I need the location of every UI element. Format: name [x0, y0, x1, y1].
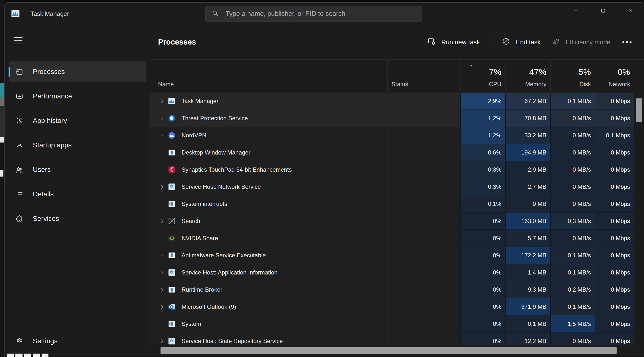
process-row[interactable]: NVIDIA Share0%5,7 MB0 MB/s0 Mbps: [150, 230, 634, 247]
toolbar-divider: [490, 35, 491, 49]
network-cell: 0 Mbps: [595, 213, 634, 230]
memory-cell: 33,2 MB: [505, 127, 550, 144]
sidebar: ProcessesPerformanceApp historyStartup a…: [5, 25, 150, 356]
column-header-network[interactable]: 0% Network: [595, 60, 634, 93]
process-row[interactable]: Microsoft Outlook (9)0%371,9 MB0,1 MB/s0…: [150, 298, 634, 315]
process-row[interactable]: Search0%163,0 MB0,3 MB/s0 Mbps: [150, 213, 634, 230]
expand-chevron-icon[interactable]: [156, 304, 168, 310]
performance-icon: [16, 92, 24, 100]
process-row[interactable]: Service Host: Application Information0%1…: [150, 264, 634, 281]
expand-chevron-icon[interactable]: [156, 338, 168, 344]
details-icon: [16, 190, 24, 198]
expand-chevron-icon[interactable]: [156, 218, 168, 224]
column-header-name[interactable]: Name: [150, 60, 387, 93]
process-row[interactable]: Service Host: State Repository Service0%…: [150, 332, 634, 345]
end-task-icon: [502, 37, 510, 48]
disk-cell: 0,2 MB/s: [550, 281, 595, 298]
network-cell: 0 Mbps: [595, 281, 634, 298]
app-icon-search-box: [168, 217, 176, 225]
app-icon-window-app: [168, 285, 176, 294]
expand-chevron-icon[interactable]: [156, 287, 168, 293]
expand-chevron-icon[interactable]: [156, 98, 168, 104]
horizontal-scrollbar[interactable]: [150, 345, 644, 356]
process-name: Synaptics TouchPad 64-bit Enhancements: [182, 166, 292, 173]
process-name: Service Host: State Repository Service: [182, 338, 283, 344]
sidebar-item-label: Startup apps: [33, 141, 72, 149]
memory-cell: 194,9 MB: [505, 144, 550, 161]
app-icon-synaptics: [168, 166, 176, 174]
process-name-cell: Synaptics TouchPad 64-bit Enhancements: [150, 161, 387, 178]
disk-cell: 0 MB/s: [550, 110, 595, 127]
app-icon-service-gear: [168, 183, 176, 191]
scrollbar-gutter: [634, 60, 644, 93]
column-header-disk[interactable]: 5% Disk: [550, 60, 595, 93]
sidebar-item-app-history[interactable]: App history: [8, 110, 146, 131]
expand-chevron-icon[interactable]: [156, 270, 168, 276]
cpu-cell: 0,3%: [460, 178, 505, 195]
disk-cell: 0 MB/s: [550, 144, 595, 161]
process-row[interactable]: Service Host: Network Service0,3%2,7 MB0…: [150, 178, 634, 195]
sidebar-item-services[interactable]: Services: [8, 208, 146, 229]
process-status-cell: [387, 127, 460, 144]
navigation-menu-button[interactable]: [14, 35, 28, 46]
efficiency-mode-button[interactable]: Efficiency mode: [552, 37, 610, 48]
column-header-status[interactable]: Status: [387, 60, 460, 93]
column-header-cpu[interactable]: 7% CPU: [460, 60, 505, 93]
process-status-cell: [387, 281, 460, 298]
app-icon-nvidia: [168, 234, 176, 242]
search-input[interactable]: [225, 10, 416, 18]
process-name-cell: Antimalware Service Executable: [150, 247, 387, 264]
close-button[interactable]: [617, 3, 644, 19]
sidebar-item-details[interactable]: Details: [8, 184, 146, 204]
expand-chevron-icon[interactable]: [156, 184, 168, 190]
end-task-button[interactable]: End task: [502, 37, 540, 48]
sidebar-item-startup-apps[interactable]: Startup apps: [8, 135, 146, 155]
process-row[interactable]: Desktop Window Manager0,6%194,9 MB0 MB/s…: [150, 144, 634, 161]
process-row[interactable]: Synaptics TouchPad 64-bit Enhancements0,…: [150, 161, 634, 178]
disk-cell: 1,5 MB/s: [550, 315, 595, 332]
expand-chevron-icon[interactable]: [156, 115, 168, 121]
app-icon-shield: [168, 114, 176, 122]
app-icon-outlook: [168, 303, 176, 311]
process-name: NordVPN: [182, 132, 206, 139]
process-row[interactable]: Task Manager2,9%67,2 MB0,1 MB/s0 Mbps: [150, 93, 634, 110]
end-task-label: End task: [516, 39, 540, 46]
column-header-memory[interactable]: 47% Memory: [505, 60, 550, 93]
sidebar-item-performance[interactable]: Performance: [8, 86, 146, 107]
process-status-cell: [387, 144, 460, 161]
process-row[interactable]: System0%0,1 MB1,5 MB/s0 Mbps: [150, 315, 634, 332]
process-row[interactable]: Threat Protection Service1,2%70,8 MB0 MB…: [150, 110, 634, 127]
process-row[interactable]: Runtime Broker0%9,3 MB0,2 MB/s0 Mbps: [150, 281, 634, 298]
horizontal-scrollbar-thumb[interactable]: [160, 347, 616, 354]
vertical-scrollbar-thumb[interactable]: [636, 98, 642, 122]
process-table: Task Manager2,9%67,2 MB0,1 MB/s0 MbpsThr…: [150, 93, 644, 345]
app-history-icon: [16, 117, 24, 125]
sidebar-nav: ProcessesPerformanceApp historyStartup a…: [5, 62, 150, 229]
process-name: Desktop Window Manager: [182, 149, 250, 156]
minimize-button[interactable]: [562, 3, 590, 19]
run-new-task-button[interactable]: Run new task: [427, 37, 480, 48]
desktop-fragment-text: [7, 353, 48, 357]
expand-chevron-icon[interactable]: [156, 252, 168, 259]
process-status-cell: [387, 247, 460, 264]
disk-cell: 0,1 MB/s: [550, 298, 595, 315]
sidebar-item-processes[interactable]: Processes: [8, 62, 146, 82]
more-options-button[interactable]: •••: [622, 38, 633, 46]
process-row[interactable]: System interrupts0,1%0 MB0 MB/s0 Mbps: [150, 195, 634, 213]
process-status-cell: [387, 315, 460, 332]
desktop-fragment-white1: [0, 137, 4, 143]
users-icon: [16, 166, 24, 174]
process-row[interactable]: NordVPN1,2%33,2 MB0 MB/s0,1 Mbps: [150, 127, 634, 144]
process-row[interactable]: Antimalware Service Executable0%172,2 MB…: [150, 247, 634, 264]
network-cell: 0 Mbps: [595, 93, 634, 110]
sidebar-item-settings[interactable]: Settings: [8, 331, 146, 351]
search-box[interactable]: [205, 6, 422, 22]
disk-cell: 0 MB/s: [550, 178, 595, 195]
sidebar-item-users[interactable]: Users: [8, 159, 146, 180]
expand-chevron-icon[interactable]: [156, 132, 168, 139]
cpu-cell: 0,6%: [460, 144, 505, 161]
maximize-button[interactable]: [590, 3, 617, 19]
process-status-cell: [387, 110, 460, 127]
process-name: Service Host: Application Information: [182, 269, 278, 276]
process-name-cell: System: [150, 315, 387, 332]
